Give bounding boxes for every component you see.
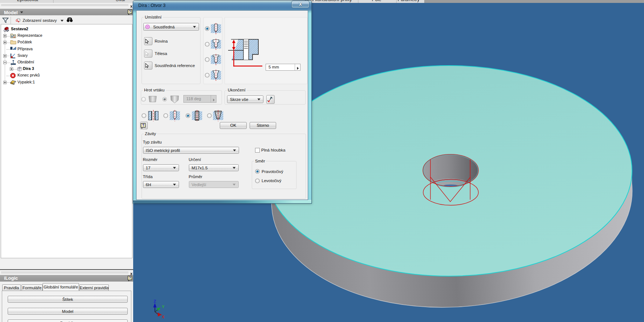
svg-text:?: ?: [142, 123, 144, 127]
svg-text:?: ?: [129, 9, 131, 13]
svg-text:Z: Z: [154, 299, 156, 303]
svg-text:X: X: [162, 315, 164, 319]
svg-text:?: ?: [129, 276, 131, 280]
svg-text:Y: Y: [162, 305, 165, 309]
